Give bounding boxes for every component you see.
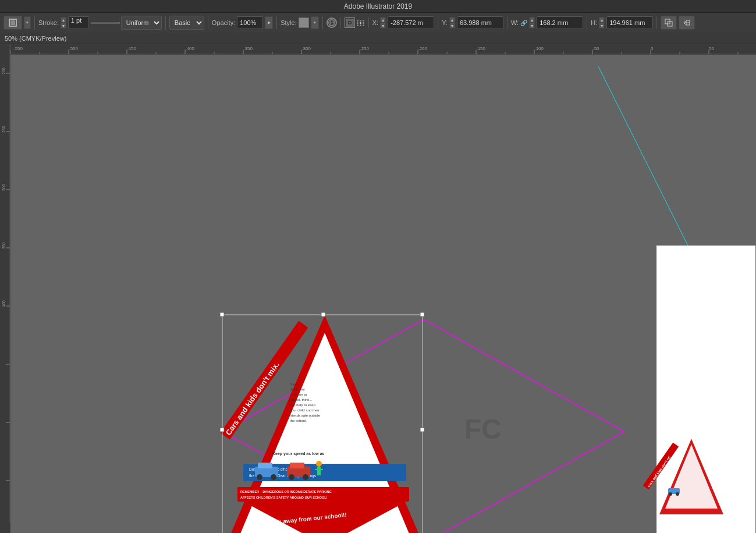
svg-text:-100: -100 [534,46,544,51]
svg-point-114 [289,474,294,480]
x-label: X: [372,19,378,26]
stroke-type-select[interactable]: Uniform [121,16,162,30]
svg-rect-125 [668,488,680,494]
svg-text:-200: -200 [418,46,428,51]
canvas-area[interactable]: Cars and kids don't mix. If you drive yo… [10,55,756,533]
svg-point-126 [669,492,672,496]
stroke-down[interactable]: ▼ [61,23,66,29]
x-down[interactable]: ▼ [380,23,386,29]
svg-marker-89 [240,333,409,533]
svg-text:350: 350 [2,242,6,249]
svg-text:Keep your speed as low as: Keep your speed as low as [272,452,325,456]
style-label: Style: [281,19,297,26]
svg-text:Don't park or drop off childre: Don't park or drop off children on [249,467,304,472]
h-input[interactable] [606,16,653,29]
opacity-label: Opacity: [212,19,235,26]
svg-rect-86 [656,246,755,533]
svg-point-111 [271,474,276,480]
svg-text:-350: -350 [243,46,253,51]
flip-button[interactable] [679,16,695,30]
style-dropdown[interactable]: ▾ [311,16,319,29]
svg-text:If you: If you [290,382,299,386]
svg-line-85 [598,66,718,305]
svg-rect-132 [420,428,424,432]
dots-grid-icon [357,20,365,26]
opacity-input[interactable] [237,16,263,29]
svg-text:-250: -250 [360,46,370,51]
svg-marker-88 [226,315,424,533]
svg-text:the school.: the school. [290,419,307,422]
svg-text:-300: -300 [301,46,311,51]
svg-text:-50: -50 [592,46,599,51]
align-icon[interactable] [345,17,355,28]
brush-profile-select[interactable]: Basic [169,16,204,30]
svg-text:Cars and kids don't mix.: Cars and kids don't mix. [224,360,281,436]
svg-rect-109 [255,467,278,477]
w-label: W: [511,19,519,26]
svg-point-7 [349,22,350,23]
globe-icon[interactable] [326,17,337,28]
tool-mode-dropdown[interactable]: ▾ [24,16,31,29]
y-input[interactable] [457,16,503,29]
w-up[interactable]: ▲ [529,17,535,23]
opacity-toggle[interactable]: ▶ [265,16,273,29]
svg-marker-121 [659,439,723,514]
title-bar: Adobe Illustrator 2019 [0,0,756,13]
svg-point-127 [676,492,679,496]
transform-button[interactable] [661,16,677,30]
svg-rect-129 [220,312,224,317]
svg-text:can help to keep: can help to keep [290,403,316,407]
svg-text:friends safe outside: friends safe outside [290,414,321,417]
svg-text:-500: -500 [69,46,79,51]
svg-rect-116 [290,463,304,468]
svg-text:200: 200 [2,67,6,74]
x-input[interactable] [388,16,434,29]
y-up[interactable]: ▲ [449,17,455,23]
y-label: Y: [442,19,448,26]
stroke-width-input[interactable]: 1 pt [68,16,89,29]
svg-rect-118 [317,467,321,475]
stroke-up[interactable]: ▲ [61,17,66,23]
style-preview [299,17,309,28]
svg-text:your child and their: your child and their [290,408,320,412]
ruler-left: 200 250 300 350 400 [0,44,10,533]
svg-text:FC: FC [464,414,502,445]
w-input[interactable] [537,16,583,29]
svg-text:drive your: drive your [290,388,305,391]
stroke-preview-box: Uniform [91,16,162,30]
toolbar: ▾ Stroke: ▲ ▼ 1 pt Uniform Basic Opacity… [0,13,756,33]
svg-marker-122 [665,445,718,509]
svg-point-117 [316,461,322,467]
svg-marker-87 [223,319,624,533]
svg-rect-136 [220,428,224,432]
svg-text:-150: -150 [476,46,486,51]
y-down[interactable]: ▼ [449,23,455,29]
h-label: H: [591,19,597,26]
svg-text:the school keep Clear Zig Zag : the school keep Clear Zig Zag markings [249,474,317,478]
svg-rect-113 [287,467,310,477]
svg-text:REMEMBER – DANGEROUS OR INCONS: REMEMBER – DANGEROUS OR INCONSIDERATE PA… [240,490,332,493]
svg-rect-90 [220,321,308,439]
link-icon[interactable]: 🔗 [520,20,527,26]
statusbar: 50% (CMYK/Preview) [0,33,756,44]
svg-rect-128 [222,315,423,533]
tool-mode-button[interactable] [3,16,22,30]
svg-text:0: 0 [651,46,654,51]
x-up[interactable]: ▲ [380,17,386,23]
ruler-top: -550 -500 -450 -400 -350 -300 -250 -200 … [10,44,756,55]
svg-rect-104 [237,487,409,502]
w-down[interactable]: ▼ [529,23,535,29]
svg-text:400: 400 [2,300,6,307]
svg-rect-101 [243,464,406,481]
svg-text:Please park away from our scho: Please park away from our school!! [249,511,347,528]
svg-rect-84 [10,55,756,533]
svg-text:Cars and kids don't mi: Cars and kids don't mi [647,456,671,488]
svg-text:-450: -450 [127,46,137,51]
app-title: Adobe Illustrator 2019 [344,2,412,10]
svg-rect-123 [643,443,679,490]
h-down[interactable]: ▼ [599,23,605,29]
h-up[interactable]: ▲ [599,17,605,23]
svg-point-115 [303,474,308,480]
svg-text:300: 300 [2,184,6,191]
svg-text:50: 50 [709,46,714,51]
